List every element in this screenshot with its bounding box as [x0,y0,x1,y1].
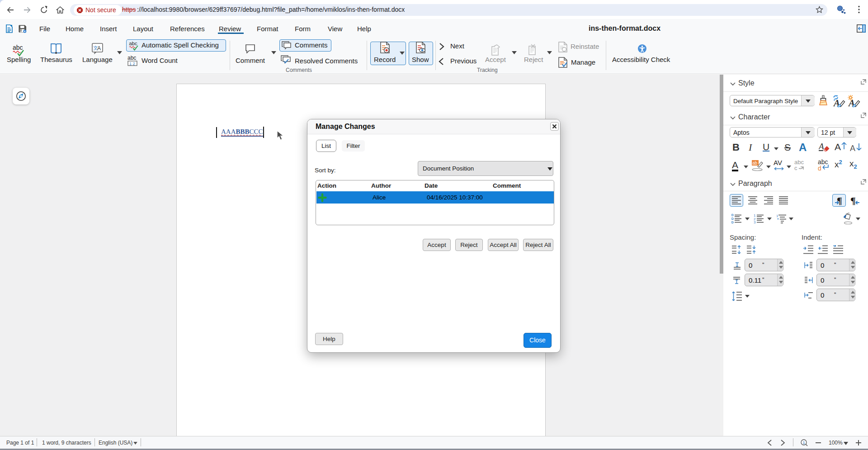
svg-text:3: 3 [754,220,756,223]
svg-text:A: A [819,142,824,151]
svg-text:1: 1 [776,214,778,218]
svg-text:abc: abc [129,41,137,46]
svg-text:1: 1 [803,441,805,445]
svg-text:ab: ab [752,161,758,166]
svg-text:d: d [818,165,821,171]
svg-text:AV: AV [774,159,782,166]
svg-text:¶: ¶ [850,195,856,205]
svg-text:c: c [794,165,797,171]
svg-text:abc: abc [13,44,23,51]
svg-text:A: A [850,144,855,153]
svg-text:abc: abc [127,55,136,61]
svg-text:1 2: 1 2 [129,62,135,66]
svg-text:A: A [835,142,841,152]
svg-text:A: A [97,45,101,52]
